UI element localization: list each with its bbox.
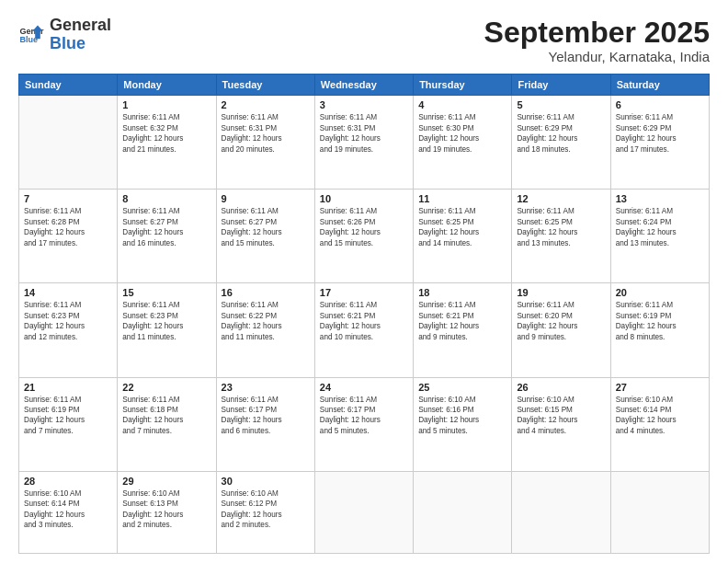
day-info: Sunrise: 6:10 AM Sunset: 6:15 PM Dayligh… <box>517 395 605 437</box>
day-info: Sunrise: 6:11 AM Sunset: 6:29 PM Dayligh… <box>517 112 605 155</box>
calendar-cell: 26Sunrise: 6:10 AM Sunset: 6:15 PM Dayli… <box>512 377 610 471</box>
calendar-cell: 22Sunrise: 6:11 AM Sunset: 6:18 PM Dayli… <box>118 377 216 471</box>
calendar-cell: 6Sunrise: 6:11 AM Sunset: 6:29 PM Daylig… <box>610 96 709 190</box>
logo: General Blue General Blue <box>18 17 111 53</box>
day-number: 26 <box>517 382 605 393</box>
day-number: 4 <box>418 99 506 110</box>
day-number: 30 <box>222 476 310 487</box>
day-info: Sunrise: 6:11 AM Sunset: 6:19 PM Dayligh… <box>616 300 704 342</box>
day-number: 3 <box>320 99 408 110</box>
day-header-monday: Monday <box>118 75 216 96</box>
day-info: Sunrise: 6:11 AM Sunset: 6:24 PM Dayligh… <box>616 206 704 248</box>
day-info: Sunrise: 6:11 AM Sunset: 6:28 PM Dayligh… <box>24 206 112 248</box>
day-number: 15 <box>122 287 210 298</box>
calendar-cell: 4Sunrise: 6:11 AM Sunset: 6:30 PM Daylig… <box>414 96 512 190</box>
calendar-cell: 8Sunrise: 6:11 AM Sunset: 6:27 PM Daylig… <box>118 190 216 283</box>
calendar-cell: 27Sunrise: 6:10 AM Sunset: 6:14 PM Dayli… <box>610 377 709 471</box>
day-info: Sunrise: 6:10 AM Sunset: 6:13 PM Dayligh… <box>122 488 210 531</box>
day-info: Sunrise: 6:11 AM Sunset: 6:22 PM Dayligh… <box>222 300 310 342</box>
month-title: September 2025 <box>484 17 710 49</box>
day-info: Sunrise: 6:11 AM Sunset: 6:32 PM Dayligh… <box>122 112 210 155</box>
calendar-cell: 14Sunrise: 6:11 AM Sunset: 6:23 PM Dayli… <box>19 283 118 377</box>
day-info: Sunrise: 6:11 AM Sunset: 6:23 PM Dayligh… <box>122 300 210 342</box>
calendar-cell: 23Sunrise: 6:11 AM Sunset: 6:17 PM Dayli… <box>216 377 314 471</box>
day-number: 10 <box>320 193 408 204</box>
day-info: Sunrise: 6:11 AM Sunset: 6:31 PM Dayligh… <box>320 112 408 155</box>
calendar-cell: 28Sunrise: 6:10 AM Sunset: 6:14 PM Dayli… <box>19 471 118 553</box>
day-number: 25 <box>418 382 506 393</box>
day-number: 1 <box>122 99 210 110</box>
day-number: 12 <box>517 193 605 204</box>
day-header-thursday: Thursday <box>414 75 512 96</box>
day-info: Sunrise: 6:11 AM Sunset: 6:30 PM Dayligh… <box>418 112 506 155</box>
calendar-cell: 21Sunrise: 6:11 AM Sunset: 6:19 PM Dayli… <box>19 377 118 471</box>
calendar-cell <box>610 471 709 553</box>
logo-blue-text: Blue <box>50 35 111 53</box>
calendar-cell: 3Sunrise: 6:11 AM Sunset: 6:31 PM Daylig… <box>314 96 413 190</box>
day-info: Sunrise: 6:11 AM Sunset: 6:19 PM Dayligh… <box>24 395 112 437</box>
calendar-cell: 10Sunrise: 6:11 AM Sunset: 6:26 PM Dayli… <box>314 190 413 283</box>
logo-icon: General Blue <box>18 22 44 48</box>
day-header-tuesday: Tuesday <box>216 75 314 96</box>
calendar-cell: 17Sunrise: 6:11 AM Sunset: 6:21 PM Dayli… <box>314 283 413 377</box>
day-info: Sunrise: 6:10 AM Sunset: 6:16 PM Dayligh… <box>418 395 506 437</box>
day-number: 2 <box>222 99 310 110</box>
day-header-sunday: Sunday <box>19 75 118 96</box>
day-info: Sunrise: 6:11 AM Sunset: 6:25 PM Dayligh… <box>418 206 506 248</box>
day-info: Sunrise: 6:11 AM Sunset: 6:18 PM Dayligh… <box>122 395 210 437</box>
day-header-friday: Friday <box>512 75 610 96</box>
calendar-cell: 29Sunrise: 6:10 AM Sunset: 6:13 PM Dayli… <box>118 471 216 553</box>
page-header: General Blue General Blue September 2025… <box>18 17 710 64</box>
title-block: September 2025 Yelandur, Karnataka, Indi… <box>484 17 710 64</box>
day-number: 8 <box>122 193 210 204</box>
calendar-cell: 9Sunrise: 6:11 AM Sunset: 6:27 PM Daylig… <box>216 190 314 283</box>
day-number: 9 <box>222 193 310 204</box>
calendar-cell: 20Sunrise: 6:11 AM Sunset: 6:19 PM Dayli… <box>610 283 709 377</box>
day-info: Sunrise: 6:11 AM Sunset: 6:21 PM Dayligh… <box>320 300 408 342</box>
day-number: 7 <box>24 193 112 204</box>
day-info: Sunrise: 6:11 AM Sunset: 6:23 PM Dayligh… <box>24 300 112 342</box>
calendar-cell: 24Sunrise: 6:11 AM Sunset: 6:17 PM Dayli… <box>314 377 413 471</box>
day-number: 6 <box>616 99 704 110</box>
day-number: 14 <box>24 287 112 298</box>
day-number: 16 <box>222 287 310 298</box>
svg-text:Blue: Blue <box>19 35 38 44</box>
day-info: Sunrise: 6:11 AM Sunset: 6:20 PM Dayligh… <box>517 300 605 342</box>
day-number: 23 <box>222 382 310 393</box>
day-info: Sunrise: 6:11 AM Sunset: 6:29 PM Dayligh… <box>616 112 704 155</box>
calendar-cell: 5Sunrise: 6:11 AM Sunset: 6:29 PM Daylig… <box>512 96 610 190</box>
day-info: Sunrise: 6:11 AM Sunset: 6:27 PM Dayligh… <box>222 206 310 248</box>
day-number: 27 <box>616 382 704 393</box>
calendar-cell <box>512 471 610 553</box>
day-number: 29 <box>122 476 210 487</box>
day-info: Sunrise: 6:10 AM Sunset: 6:14 PM Dayligh… <box>24 488 112 531</box>
day-info: Sunrise: 6:11 AM Sunset: 6:26 PM Dayligh… <box>320 206 408 248</box>
calendar-cell: 18Sunrise: 6:11 AM Sunset: 6:21 PM Dayli… <box>414 283 512 377</box>
day-header-saturday: Saturday <box>610 75 709 96</box>
location-title: Yelandur, Karnataka, India <box>484 49 710 64</box>
calendar-cell: 16Sunrise: 6:11 AM Sunset: 6:22 PM Dayli… <box>216 283 314 377</box>
day-number: 11 <box>418 193 506 204</box>
day-number: 24 <box>320 382 408 393</box>
day-number: 21 <box>24 382 112 393</box>
calendar-cell: 12Sunrise: 6:11 AM Sunset: 6:25 PM Dayli… <box>512 190 610 283</box>
calendar-cell <box>414 471 512 553</box>
calendar-cell: 11Sunrise: 6:11 AM Sunset: 6:25 PM Dayli… <box>414 190 512 283</box>
calendar-cell <box>19 96 118 190</box>
calendar-cell: 19Sunrise: 6:11 AM Sunset: 6:20 PM Dayli… <box>512 283 610 377</box>
calendar-cell: 25Sunrise: 6:10 AM Sunset: 6:16 PM Dayli… <box>414 377 512 471</box>
day-number: 20 <box>616 287 704 298</box>
logo-general-text: General <box>50 17 111 35</box>
calendar-cell: 13Sunrise: 6:11 AM Sunset: 6:24 PM Dayli… <box>610 190 709 283</box>
day-info: Sunrise: 6:11 AM Sunset: 6:17 PM Dayligh… <box>320 395 408 437</box>
day-info: Sunrise: 6:10 AM Sunset: 6:12 PM Dayligh… <box>222 488 310 531</box>
calendar-cell <box>314 471 413 553</box>
calendar-cell: 1Sunrise: 6:11 AM Sunset: 6:32 PM Daylig… <box>118 96 216 190</box>
day-number: 5 <box>517 99 605 110</box>
day-info: Sunrise: 6:11 AM Sunset: 6:31 PM Dayligh… <box>222 112 310 155</box>
day-info: Sunrise: 6:11 AM Sunset: 6:27 PM Dayligh… <box>122 206 210 248</box>
calendar-cell: 15Sunrise: 6:11 AM Sunset: 6:23 PM Dayli… <box>118 283 216 377</box>
day-number: 13 <box>616 193 704 204</box>
day-number: 22 <box>122 382 210 393</box>
calendar-cell: 7Sunrise: 6:11 AM Sunset: 6:28 PM Daylig… <box>19 190 118 283</box>
